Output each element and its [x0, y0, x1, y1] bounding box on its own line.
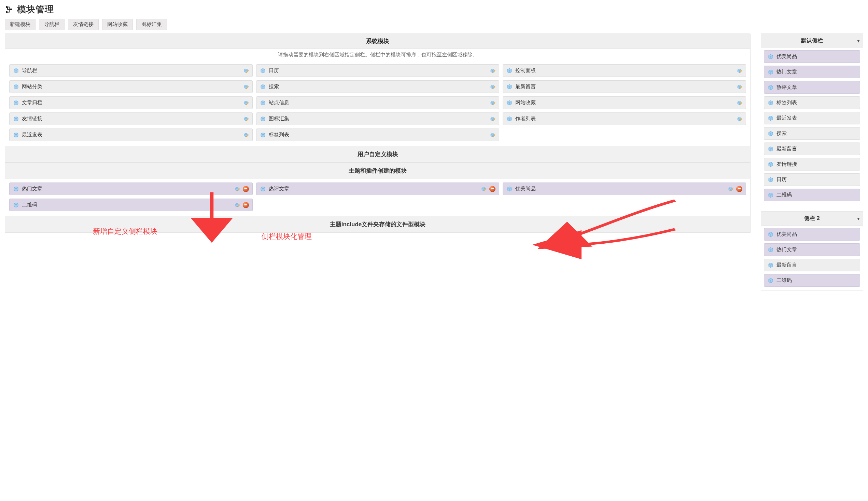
module-edit-icon[interactable]	[490, 84, 495, 89]
module-label: 搜索	[269, 83, 487, 90]
module-chip[interactable]: 最近发表	[9, 128, 253, 141]
module-edit-icon[interactable]	[234, 186, 240, 192]
sidebar-item[interactable]: 日历	[764, 173, 860, 186]
module-edit-icon[interactable]	[243, 68, 249, 74]
module-edit-icon[interactable]	[737, 100, 742, 106]
module-chip[interactable]: 日历	[256, 64, 499, 77]
system-modules-title: 系统模块	[5, 34, 750, 49]
sidebar-column: 默认侧栏▾优美尚品热门文章热评文章标签列表最近发表搜索最新留言友情链接日历二维码…	[761, 33, 863, 297]
sidebar-item[interactable]: 二维码	[764, 189, 860, 201]
module-tree-icon	[5, 6, 13, 14]
sidebar-card-header[interactable]: 默认侧栏▾	[761, 34, 863, 48]
svg-rect-1	[6, 11, 8, 13]
sidebar-card: 侧栏 2▾优美尚品热门文章最新留言二维码	[761, 211, 863, 290]
module-edit-icon[interactable]	[243, 116, 249, 122]
module-label: 标签列表	[269, 131, 487, 138]
module-edit-icon[interactable]	[737, 116, 742, 122]
friendlinks-button[interactable]: 友情链接	[68, 19, 99, 30]
module-edit-icon[interactable]	[481, 186, 486, 192]
module-box-icon	[506, 100, 513, 106]
theme-module-chip[interactable]: 热门文章	[9, 182, 253, 195]
sidebar-item[interactable]: 友情链接	[764, 158, 860, 171]
module-chip[interactable]: 最新留言	[503, 80, 746, 93]
sidebar-item[interactable]: 搜索	[764, 127, 860, 140]
sidebar-item-label: 热门文章	[777, 246, 797, 253]
module-box-icon	[768, 247, 774, 253]
module-box-icon	[13, 84, 19, 90]
favorites-button[interactable]: 网站收藏	[102, 19, 133, 30]
theme-module-chip[interactable]: 优美尚品	[503, 182, 746, 195]
module-edit-icon[interactable]	[728, 186, 734, 192]
sidebar-item[interactable]: 标签列表	[764, 96, 860, 109]
remove-icon[interactable]	[243, 202, 249, 208]
module-edit-icon[interactable]	[490, 116, 495, 122]
module-chip[interactable]: 图标汇集	[256, 113, 499, 125]
module-chip[interactable]: 网站分类	[9, 80, 253, 93]
navbar-button[interactable]: 导航栏	[39, 19, 65, 30]
sidebar-item-label: 热门文章	[777, 69, 797, 75]
sidebar-item[interactable]: 最新留言	[764, 259, 860, 271]
module-chip[interactable]: 搜索	[256, 80, 499, 93]
sidebar-list: 优美尚品热门文章最新留言二维码	[761, 226, 863, 290]
remove-icon[interactable]	[736, 186, 742, 192]
module-chip[interactable]: 控制面板	[503, 64, 746, 77]
module-chip[interactable]: 站点信息	[256, 96, 499, 109]
module-chip[interactable]: 网站收藏	[503, 96, 746, 109]
sidebar-item[interactable]: 二维码	[764, 274, 860, 287]
module-box-icon	[506, 84, 513, 90]
module-box-icon	[768, 84, 774, 90]
module-chip[interactable]: 导航栏	[9, 64, 253, 77]
module-box-icon	[13, 202, 19, 208]
sidebar-item[interactable]: 最新留言	[764, 142, 860, 155]
sidebar-item-label: 搜索	[777, 130, 787, 137]
sidebar-item-label: 热评文章	[777, 84, 797, 90]
theme-module-chip[interactable]: 二维码	[9, 199, 253, 211]
sidebar-item[interactable]: 热评文章	[764, 81, 860, 94]
module-label: 二维码	[22, 202, 232, 208]
sidebar-item-label: 标签列表	[777, 99, 797, 106]
module-edit-icon[interactable]	[243, 84, 249, 89]
module-label: 优美尚品	[515, 185, 725, 192]
theme-module-chip[interactable]: 热评文章	[256, 182, 499, 195]
module-edit-icon[interactable]	[737, 84, 742, 89]
toolbar: 新建模块 导航栏 友情链接 网站收藏 图标汇集	[5, 19, 863, 33]
module-label: 站点信息	[269, 99, 487, 106]
module-label: 热门文章	[22, 185, 232, 192]
sidebar-list: 优美尚品热门文章热评文章标签列表最近发表搜索最新留言友情链接日历二维码	[761, 48, 863, 205]
sidebar-item[interactable]: 最近发表	[764, 112, 860, 125]
system-modules-panel: 系统模块 请拖动需要的模块到右侧区域指定侧栏。侧栏中的模块可排序，也可拖至左侧区…	[5, 33, 750, 233]
module-box-icon	[768, 161, 774, 168]
module-label: 图标汇集	[269, 116, 487, 122]
remove-icon[interactable]	[243, 186, 249, 192]
module-edit-icon[interactable]	[243, 100, 249, 106]
module-edit-icon[interactable]	[737, 68, 742, 74]
module-chip[interactable]: 作者列表	[503, 113, 746, 125]
module-edit-icon[interactable]	[490, 68, 495, 74]
sidebar-item-label: 友情链接	[777, 161, 797, 168]
sidebar-item-label: 最近发表	[777, 115, 797, 121]
remove-icon[interactable]	[489, 186, 495, 192]
module-label: 文章归档	[22, 99, 241, 106]
icons-button[interactable]: 图标汇集	[136, 19, 167, 30]
module-label: 日历	[269, 67, 487, 74]
sidebar-card-header[interactable]: 侧栏 2▾	[761, 212, 863, 226]
module-chip[interactable]: 友情链接	[9, 113, 253, 125]
module-box-icon	[768, 115, 774, 121]
module-edit-icon[interactable]	[243, 132, 249, 138]
chevron-down-icon: ▾	[857, 216, 859, 221]
module-chip[interactable]: 标签列表	[256, 128, 499, 141]
sidebar-item-label: 二维码	[777, 277, 792, 284]
new-module-button[interactable]: 新建模块	[5, 19, 35, 30]
module-edit-icon[interactable]	[490, 132, 495, 138]
sidebar-item[interactable]: 热门文章	[764, 243, 860, 256]
sidebar-item[interactable]: 优美尚品	[764, 228, 860, 241]
system-modules-grid: 导航栏日历控制面板网站分类搜索最新留言文章归档站点信息网站收藏友情链接图标汇集作…	[5, 61, 750, 146]
svg-rect-2	[10, 9, 12, 10]
module-box-icon	[506, 116, 513, 122]
sidebar-item[interactable]: 热门文章	[764, 66, 860, 78]
module-box-icon	[768, 54, 774, 60]
module-edit-icon[interactable]	[490, 100, 495, 106]
module-edit-icon[interactable]	[234, 202, 240, 208]
sidebar-item[interactable]: 优美尚品	[764, 50, 860, 63]
module-chip[interactable]: 文章归档	[9, 96, 253, 109]
